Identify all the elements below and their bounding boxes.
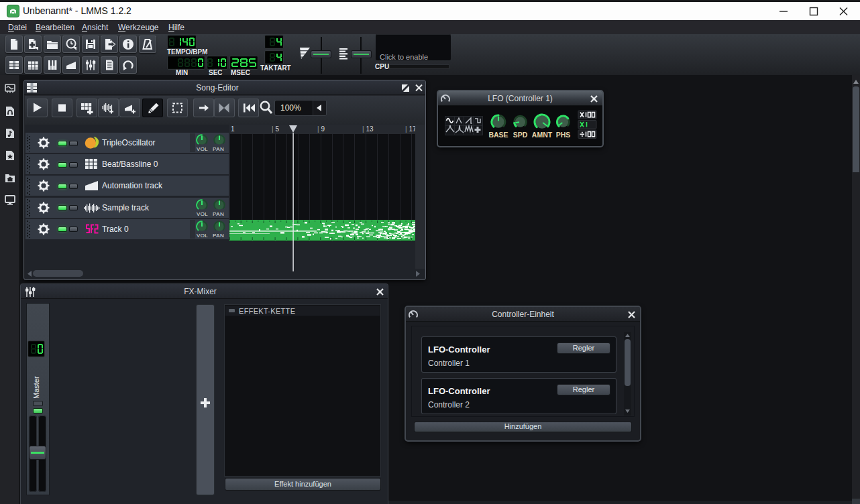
svg-text:SPD: SPD bbox=[513, 131, 528, 139]
svg-text:BASE: BASE bbox=[488, 131, 508, 139]
svg-text:AMNT: AMNT bbox=[532, 131, 553, 139]
svg-text:PHS: PHS bbox=[556, 131, 571, 139]
